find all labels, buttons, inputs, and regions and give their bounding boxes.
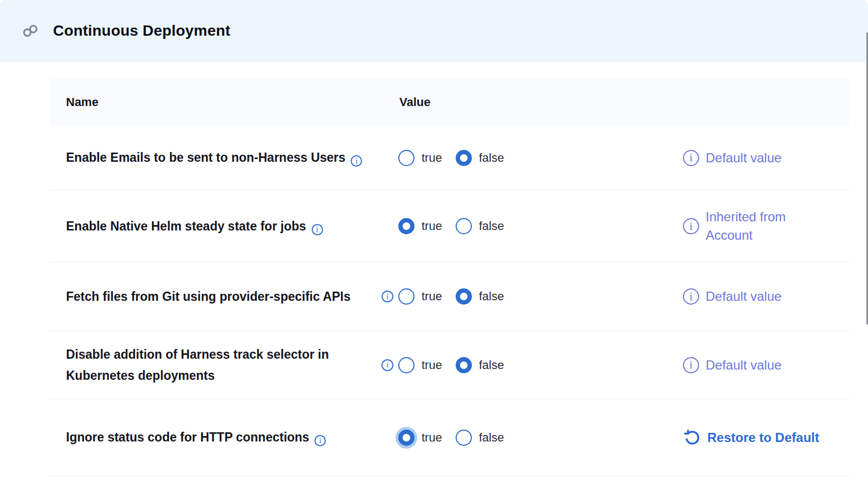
setting-name: Disable addition of Harness track select… [66,347,329,383]
link-icon[interactable] [22,23,38,39]
radio-false[interactable] [456,357,472,373]
radio-option-false[interactable]: false [456,218,504,234]
setting-row: Fetch files from Git using provider-spec… [50,262,849,331]
setting-row: Disable addition of Harness track select… [50,331,849,399]
setting-name-cell: Enable Native Helm steady state for jobs… [50,216,382,237]
radio-option-true[interactable]: true [398,430,442,446]
info-icon[interactable]: i [683,288,699,305]
settings-table: Name Value Enable Emails to be sent to n… [50,78,849,476]
radio-true[interactable] [398,288,415,305]
setting-name: Ignore status code for HTTP connections [66,430,309,444]
info-icon[interactable]: i [312,224,323,235]
radio-option-false[interactable]: false [456,357,504,373]
radio-false[interactable] [456,288,472,305]
setting-value-cell: i true false [382,288,504,305]
column-header-value: Value [382,95,430,109]
setting-name-cell: Enable Emails to be sent to non-Harness … [50,147,382,168]
radio-option-false[interactable]: false [456,430,504,446]
setting-value-cell: i true false [382,218,504,234]
radio-false-label: false [479,358,504,372]
radio-true-label: true [422,358,442,372]
column-header-name: Name [50,95,382,109]
radio-true-label: true [422,219,442,233]
setting-value-cell: i true false [382,150,504,166]
settings-page: Continuous Deployment Name Value Enable … [0,0,868,501]
radio-option-true[interactable]: true [398,357,442,373]
restore-to-default-button[interactable]: i Restore to Default [683,429,849,447]
info-icon[interactable]: i [683,218,699,234]
setting-value-cell: i true false [382,430,504,446]
restore-icon[interactable] [683,429,701,446]
radio-false[interactable] [456,430,472,446]
radio-false[interactable] [456,150,472,166]
status-indicator-default: i Default value [683,287,849,306]
radio-true-label: true [422,289,442,304]
setting-name: Fetch files from Git using provider-spec… [66,289,351,304]
status-label: Default value [706,287,781,306]
setting-row: Ignore status code for HTTP connectionsi… [50,399,849,476]
radio-option-false[interactable]: false [456,288,504,305]
setting-name-cell: Ignore status code for HTTP connectionsi [50,427,382,448]
radio-false[interactable] [456,218,472,234]
radio-true[interactable] [398,430,415,446]
radio-true-label: true [422,431,442,445]
status-label: Restore to Default [707,429,819,447]
info-icon[interactable]: i [314,435,326,446]
radio-option-true[interactable]: true [398,150,442,166]
setting-name: Enable Native Helm steady state for jobs [66,219,306,233]
radio-false-label: false [479,219,504,233]
status-label: Default value [706,149,781,167]
setting-value-cell: i true false [382,357,504,373]
radio-false-label: false [479,151,504,165]
info-icon[interactable]: i [683,357,699,373]
setting-row: Enable Native Helm steady state for jobs… [50,190,849,262]
setting-name: Enable Emails to be sent to non-Harness … [66,150,345,164]
radio-option-true[interactable]: true [398,288,442,305]
setting-name-cell: Fetch files from Git using provider-spec… [50,286,382,307]
section-header: Continuous Deployment [0,0,868,62]
radio-true[interactable] [398,218,415,234]
status-indicator-default: i Default value [683,356,849,374]
table-body: Enable Emails to be sent to non-Harness … [50,126,849,476]
section-title: Continuous Deployment [53,22,231,39]
setting-name-cell: Disable addition of Harness track select… [50,344,382,386]
status-label: Inherited from Account [706,208,814,245]
info-icon[interactable]: i [382,359,393,371]
status-indicator-inherited: i Inherited from Account [683,208,849,245]
radio-true[interactable] [398,357,415,373]
status-indicator-default: i Default value [683,149,849,167]
radio-true[interactable] [398,150,415,166]
info-icon[interactable]: i [351,155,362,167]
info-icon[interactable]: i [382,291,393,302]
table-header: Name Value [50,78,849,126]
radio-option-true[interactable]: true [398,218,442,234]
status-label: Default value [706,356,781,374]
radio-option-false[interactable]: false [456,150,504,166]
radio-false-label: false [479,431,504,445]
radio-false-label: false [479,289,504,304]
radio-true-label: true [422,151,442,165]
info-icon[interactable]: i [683,150,699,166]
setting-row: Enable Emails to be sent to non-Harness … [50,126,849,190]
